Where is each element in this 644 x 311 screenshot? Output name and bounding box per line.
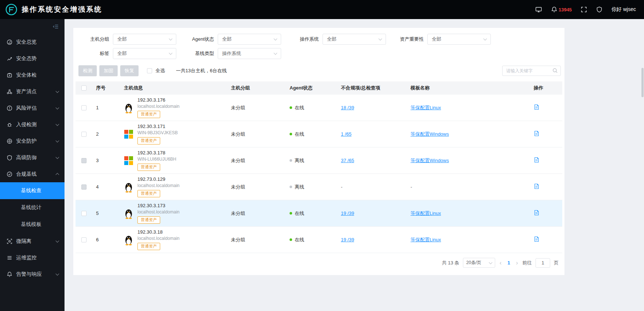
template-link[interactable]: 等保配置Windows: [411, 158, 449, 163]
report-document-icon[interactable]: [534, 210, 540, 216]
template-link[interactable]: 等保配置Linux: [411, 211, 441, 216]
window-scrollbar[interactable]: [641, 68, 644, 97]
sidebar-item-assets[interactable]: 资产清点: [0, 83, 65, 100]
search-box: [502, 66, 561, 76]
agent-status-select[interactable]: 全部: [218, 34, 281, 45]
sidebar-item-risk[interactable]: 风险评估: [0, 100, 65, 116]
sidebar-collapse-icon[interactable]: [52, 23, 59, 30]
chevron-down-icon: [274, 37, 277, 41]
noncompliance-link[interactable]: 1 /65: [341, 131, 352, 137]
detect-button[interactable]: 检测: [78, 65, 97, 76]
page-size-select[interactable]: 20条/页: [463, 258, 495, 268]
app-logo-icon: [5, 3, 18, 16]
sidebar-item-checkup[interactable]: 安全体检: [0, 67, 65, 83]
top-bar: 操作系统安全增强系统 13945 你好 wjsec: [0, 0, 644, 19]
host-group-cell: 未分组: [231, 105, 290, 111]
asset-tag-badge: 普通资产: [137, 111, 160, 118]
sidebar-item-posture[interactable]: 安全态势: [0, 50, 65, 67]
user-greeting[interactable]: 你好 wjsec: [611, 6, 636, 13]
prev-page-button[interactable]: ‹: [499, 260, 502, 266]
importance-select[interactable]: 全部: [427, 34, 491, 45]
sidebar-item-microsegmentation[interactable]: 微隔离: [0, 233, 65, 249]
baseline-check-panel: 主机分组 全部 Agent状态 全部 操作系: [73, 28, 564, 275]
sidebar-item-defense[interactable]: 高级防御: [0, 149, 65, 166]
noncompliance-link[interactable]: 18 /39: [341, 105, 354, 110]
agent-status-cell: 在线: [295, 237, 304, 243]
template-link[interactable]: 等保配置Windows: [411, 131, 449, 137]
host-ip: 192.73.0.129: [137, 176, 180, 182]
shield-icon[interactable]: [596, 6, 603, 13]
chevron-down-icon: [483, 37, 487, 41]
pagination: 共 13 条 20条/页 ‹ 1 › 前往 页: [442, 258, 564, 275]
row-checkbox[interactable]: [81, 237, 87, 242]
sidebar: 安全总览 安全态势 安全体检 资产清点 风险评估 入侵检测 安全防护: [0, 19, 65, 311]
row-index: 2: [92, 131, 114, 137]
list-lines-icon: [7, 255, 12, 261]
status-dot: [290, 106, 292, 109]
host-name: localhost.localdomain: [137, 104, 180, 109]
row-checkbox[interactable]: [81, 105, 87, 110]
report-document-icon[interactable]: [534, 236, 540, 242]
baseline-type-select[interactable]: 操作系统: [218, 48, 281, 59]
notification-bell-button[interactable]: 13945: [551, 6, 572, 13]
page-size-value: 20条/页: [466, 260, 481, 266]
noncompliance-link[interactable]: 19 /39: [341, 237, 354, 242]
tag-select[interactable]: 全部: [113, 48, 176, 59]
status-dot: [290, 212, 292, 215]
host-group-select[interactable]: 全部: [113, 34, 176, 45]
linux-icon: [124, 102, 133, 113]
sidebar-item-label: 入侵检测: [16, 121, 37, 128]
page-number[interactable]: 1: [506, 260, 511, 266]
restore-button[interactable]: 恢复: [120, 65, 139, 76]
shield-outline-icon: [7, 155, 12, 161]
report-document-icon[interactable]: [534, 157, 540, 163]
sidebar-item-baseline-templates[interactable]: 基线模板: [0, 216, 65, 233]
host-ip: 192.30.3.18: [137, 229, 180, 235]
host-name: localhost.localdomain: [137, 183, 180, 188]
row-checkbox[interactable]: [81, 211, 87, 216]
status-dot: [290, 238, 292, 241]
submenu-item-label: 基线检查: [21, 187, 41, 194]
template-link[interactable]: 等保配置Linux: [411, 237, 441, 242]
baseline-type-select-value: 操作系统: [222, 50, 241, 57]
sidebar-item-label: 运维监控: [16, 255, 37, 261]
submenu-item-label: 基线统计: [21, 204, 41, 211]
sidebar-item-label: 合规基线: [16, 171, 37, 178]
sidebar-item-ops-monitoring[interactable]: 运维监控: [0, 249, 65, 266]
sidebar-item-baseline-stats[interactable]: 基线统计: [0, 199, 65, 216]
col-header-host-info: 主机信息: [114, 85, 231, 91]
chevron-down-icon: [56, 139, 59, 142]
os-select[interactable]: 全部: [323, 34, 386, 45]
report-document-icon[interactable]: [534, 183, 540, 189]
noncompliance-link[interactable]: 37 /65: [341, 158, 354, 163]
template-link[interactable]: 等保配置Linux: [411, 105, 441, 110]
row-checkbox[interactable]: [81, 132, 87, 137]
sidebar-item-compliance[interactable]: 合规基线: [0, 166, 65, 182]
sidebar-item-label: 高级防御: [16, 154, 37, 161]
sidebar-item-baseline-check[interactable]: 基线检查: [0, 182, 65, 199]
sidebar-item-protection[interactable]: 安全防护: [0, 133, 65, 149]
search-input[interactable]: [502, 66, 561, 76]
sidebar-item-overview[interactable]: 安全总览: [0, 34, 65, 50]
host-group-cell: 未分组: [231, 237, 290, 243]
noncompliance-link[interactable]: 19 /39: [341, 211, 354, 216]
goto-page-input[interactable]: [536, 258, 550, 268]
select-all-checkbox[interactable]: [147, 68, 152, 73]
page-unit-label: 页: [554, 260, 559, 266]
col-header-template: 模板名称: [411, 85, 517, 91]
host-ip: 192.30.3.178: [137, 150, 176, 156]
sidebar-item-intrusion[interactable]: 入侵检测: [0, 116, 65, 133]
next-page-button[interactable]: ›: [515, 260, 519, 266]
report-document-icon[interactable]: [534, 131, 540, 136]
screen-monitor-icon[interactable]: [535, 6, 542, 13]
header-checkbox[interactable]: [81, 85, 87, 91]
table-row: 6 192.30.3.18 localhost.localdomain 普通资产…: [76, 227, 562, 253]
os-filter-label: 操作系统: [287, 36, 319, 43]
asset-tag-badge: 普通资产: [137, 137, 160, 144]
sidebar-item-alerts-response[interactable]: 告警与响应: [0, 266, 65, 282]
harden-button[interactable]: 加固: [99, 65, 118, 76]
sidebar-item-label: 安全防护: [16, 138, 37, 144]
report-document-icon[interactable]: [534, 104, 540, 110]
fullscreen-icon[interactable]: [581, 6, 587, 13]
host-name: localhost.localdomain: [137, 209, 180, 215]
